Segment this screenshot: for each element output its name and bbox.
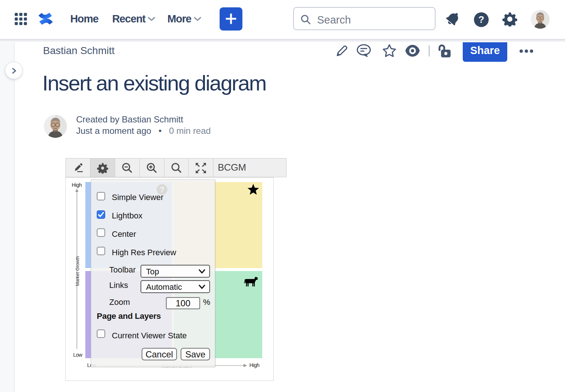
svg-text:?: ? (479, 14, 484, 25)
